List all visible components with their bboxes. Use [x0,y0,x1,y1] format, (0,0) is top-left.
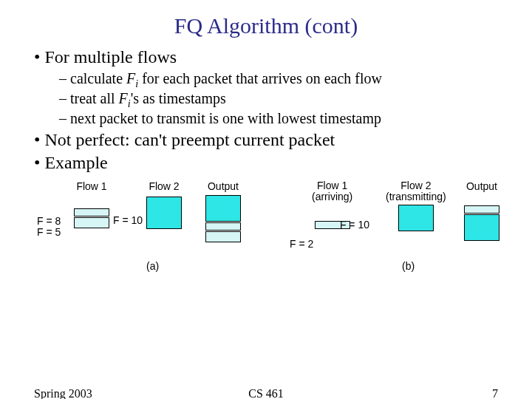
label-flow1-arriving: Flow 1 (arriving) [312,180,352,202]
diagram-area: Flow 1 F = 8 F = 5 Flow 2 F = 10 Output [0,180,532,321]
diagram-a-flow1: Flow 1 [74,180,109,228]
footer-page-number: 7 [492,387,498,399]
diagram-b-flow2: Flow 2 (transmitting) [386,180,446,231]
diagram-b-output: Output [464,180,499,241]
label-f8: F = 8 [37,215,61,227]
packet-stack [386,205,446,231]
text: 's as timestamps [131,90,226,106]
packet [146,197,182,229]
packet [464,205,499,214]
slide: FQ Algorithm (cont) For multiple flows c… [0,13,532,399]
caption-b: (b) [402,260,415,272]
label-f2: F = 2 [290,238,313,250]
packet [74,217,109,228]
diagram-a-output: Output [205,180,241,242]
packet [464,214,499,241]
bullet-example: Example [34,153,498,173]
bullet-not-perfect: Not perfect: can't preempt current packe… [34,130,498,150]
packet-stack [146,197,182,229]
bullet-multiple-flows: For multiple flows [34,47,498,67]
packet-stack [74,208,109,228]
footer-course: CS 461 [0,387,532,399]
packet-stack [464,205,499,241]
content-area: For multiple flows calculate Fi for each… [0,47,532,173]
var-F: F [119,90,128,106]
label-f10-b: F = 10 [340,219,369,231]
label-flow2: Flow 2 [146,180,182,192]
slide-title: FQ Algorithm (cont) [0,13,532,38]
packet [205,195,241,222]
bullet-calculate-fi: calculate Fi for each packet that arrive… [59,70,498,90]
packet [74,208,109,216]
diagram-a-flow2: Flow 2 [146,180,182,229]
label-f10-a: F = 10 [113,214,143,226]
text: treat all [70,90,119,106]
text: for each packet that arrives on each flo… [138,70,382,86]
bullet-treat-timestamps: treat all Fi's as timestamps [59,90,498,110]
label-f5: F = 5 [37,226,61,238]
packet-stack [205,195,241,242]
packet [205,222,241,231]
label-flow1: Flow 1 [74,180,109,192]
text: calculate [70,70,126,86]
label-output: Output [464,180,499,192]
var-F: F [126,70,135,86]
packet [398,205,434,231]
label-flow2-transmitting: Flow 2 (transmitting) [386,180,446,202]
packet [205,231,241,242]
label-output: Output [205,180,241,192]
bullet-next-packet: next packet to transmit is one with lowe… [59,110,498,127]
caption-a: (a) [146,260,159,272]
